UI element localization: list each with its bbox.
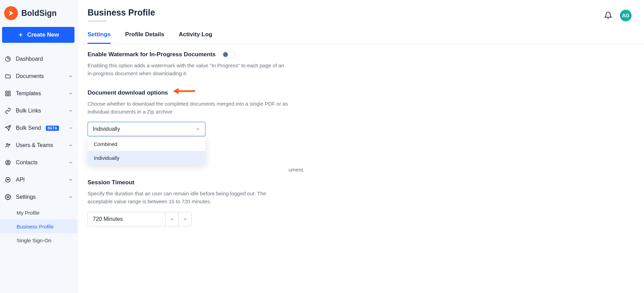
option-individually[interactable]: Individually [88, 151, 205, 165]
svg-rect-4 [9, 94, 10, 96]
svg-point-6 [9, 144, 10, 146]
link-icon [5, 108, 11, 114]
chevron-down-icon [68, 160, 73, 165]
session-timeout-value[interactable]: 720 Minutes [88, 212, 165, 226]
sidebar-item-settings[interactable]: Settings [0, 188, 78, 206]
subnav-my-profile[interactable]: My Profile [0, 206, 78, 219]
sidebar-item-api[interactable]: API [0, 171, 78, 188]
sidebar-item-dashboard[interactable]: Dashboard [0, 50, 78, 68]
toggle-knob [223, 52, 228, 57]
title-underline [88, 20, 107, 22]
sidebar: BoldSign Create New Dashboard Documents … [0, 0, 78, 293]
sidebar-item-bulk-links[interactable]: Bulk Links [0, 102, 78, 119]
download-dropdown-container: Individually Combined Individually [88, 122, 205, 136]
chevron-down-icon [68, 91, 73, 96]
page-header: Business Profile Settings Profile Detail… [78, 0, 644, 44]
users-icon [5, 142, 11, 148]
sidebar-item-label: Users & Teams [16, 142, 63, 148]
svg-rect-3 [6, 94, 7, 96]
obscured-text-fragment: ument. [289, 167, 304, 173]
sidebar-item-label: Contacts [16, 159, 63, 166]
contact-icon [5, 159, 11, 166]
stepper-increment[interactable] [178, 212, 191, 226]
session-title: Session Timeout [88, 179, 315, 186]
stepper-decrement[interactable] [165, 212, 178, 226]
content: Enable Watermark for In-Progress Documen… [78, 44, 644, 293]
sidebar-item-label: Bulk Send [16, 125, 41, 131]
sidebar-item-templates[interactable]: Templates [0, 85, 78, 102]
page-title: Business Profile [88, 8, 604, 18]
download-desc: Choose whether to download the completed… [88, 100, 291, 116]
sidebar-item-label: Documents [16, 73, 63, 79]
create-new-label: Create New [27, 31, 59, 38]
create-new-button[interactable]: Create New [2, 27, 74, 43]
chevron-down-icon [68, 108, 73, 113]
chevron-down-icon [170, 217, 174, 222]
chevron-down-icon [68, 177, 73, 182]
annotation-arrow-icon [173, 87, 195, 95]
avatar[interactable]: AG [620, 10, 632, 21]
watermark-desc: Enabling this option adds a watermark wi… [88, 61, 291, 78]
sidebar-item-label: Dashboard [16, 56, 73, 62]
chevron-down-icon [69, 126, 73, 130]
sidebar-item-contacts[interactable]: Contacts [0, 154, 78, 171]
chevron-up-icon [183, 217, 188, 222]
option-combined[interactable]: Combined [88, 137, 205, 151]
bell-icon[interactable] [604, 11, 612, 20]
tab-profile-details[interactable]: Profile Details [125, 28, 164, 44]
brand-mark-icon [4, 6, 18, 20]
dashboard-icon [5, 56, 11, 62]
svg-rect-1 [6, 91, 7, 93]
dropdown-selected-value: Individually [93, 126, 120, 132]
api-icon [5, 177, 11, 183]
tabs: Settings Profile Details Activity Log [88, 28, 604, 44]
chevron-down-icon [195, 127, 200, 131]
section-session-timeout: Session Timeout Specify the duration tha… [88, 179, 315, 226]
brand-name: BoldSign [21, 9, 57, 18]
beta-badge: BETA [46, 126, 59, 131]
chevron-down-icon [68, 74, 73, 79]
section-watermark: Enable Watermark for In-Progress Documen… [88, 51, 315, 78]
watermark-title: Enable Watermark for In-Progress Documen… [88, 51, 216, 58]
subnav-single-sign-on[interactable]: Single Sign-On [0, 233, 78, 247]
sidebar-item-label: Templates [16, 90, 63, 97]
watermark-toggle[interactable] [222, 51, 236, 58]
svg-point-10 [7, 196, 9, 198]
send-icon [5, 125, 11, 131]
sidebar-nav: Dashboard Documents Templates Bulk Links… [0, 50, 78, 247]
sidebar-item-users-teams[interactable]: Users & Teams [0, 137, 78, 154]
download-dropdown[interactable]: Individually [88, 122, 205, 136]
sidebar-item-bulk-send[interactable]: Bulk Send BETA [0, 119, 78, 137]
session-timeout-stepper: 720 Minutes [88, 212, 192, 226]
settings-subnav: My Profile Business Profile Single Sign-… [0, 206, 78, 247]
svg-rect-2 [9, 91, 10, 93]
tab-activity-log[interactable]: Activity Log [179, 28, 212, 44]
brand-logo: BoldSign [0, 0, 78, 25]
gear-icon [5, 194, 11, 200]
section-download-options: Document download options Choose whether… [88, 89, 315, 137]
svg-point-8 [7, 161, 9, 163]
tab-settings[interactable]: Settings [88, 28, 111, 44]
svg-point-5 [7, 144, 8, 145]
plus-icon [18, 32, 24, 38]
sidebar-item-label: API [16, 177, 63, 183]
folder-icon [5, 73, 11, 79]
grid-icon [5, 90, 11, 97]
subnav-business-profile[interactable]: Business Profile [0, 219, 78, 233]
main: Business Profile Settings Profile Detail… [78, 0, 644, 293]
download-dropdown-menu: Combined Individually [88, 137, 205, 165]
sidebar-item-documents[interactable]: Documents [0, 68, 78, 85]
sidebar-item-label: Settings [16, 194, 63, 200]
sidebar-item-label: Bulk Links [16, 108, 63, 114]
chevron-down-icon [68, 143, 73, 148]
download-title: Document download options [88, 89, 168, 96]
chevron-up-icon [68, 195, 73, 199]
session-desc: Specify the duration that an user can re… [88, 189, 291, 206]
